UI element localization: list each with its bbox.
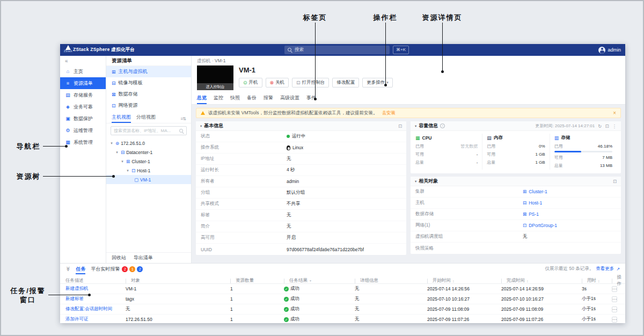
business-icon: ◈ [65, 104, 71, 109]
row-status: 状态 运行中 [196, 131, 406, 142]
nav-item-data-protection[interactable]: ▣ 数据保护 [60, 113, 106, 125]
tab-overview[interactable]: 总览 [197, 94, 207, 104]
alert-badges: 2 1 2 [122, 266, 143, 272]
tree-node-vm[interactable]: ▢ VM-1 [106, 175, 191, 184]
close-icon[interactable] [613, 111, 616, 116]
external-link-icon [616, 267, 620, 272]
caret-down-icon[interactable] [120, 159, 125, 164]
tab-platform-alerts[interactable]: 平台实时报警 2 1 2 [91, 266, 143, 273]
panel-item-images[interactable]: ⊟ 镜像与模板 [106, 77, 191, 89]
nav-item-storage[interactable]: ▤ 存储服务 [60, 89, 106, 101]
expand-icon[interactable]: ⊡ [613, 179, 617, 184]
annotation-tree-dot [112, 175, 115, 178]
panel-item-datastore[interactable]: ⊠ 数据存储 [106, 89, 191, 100]
expand-icon[interactable]: ⊡ [398, 123, 402, 129]
panel-item-network[interactable]: ⊡ 网络资源 [106, 100, 191, 111]
tree-node-vcenter[interactable]: ⊚ 172.26.51.0 [106, 138, 191, 148]
row-actions-button[interactable] [612, 296, 617, 302]
sort-icon[interactable] [452, 279, 455, 283]
global-search-input[interactable]: 搜索 [284, 46, 390, 54]
console-thumbnail[interactable]: 进入控制台 [197, 65, 233, 90]
row-snapshot-policy: 快照策略 [411, 243, 621, 254]
modify-config-button[interactable]: 修改配置 [332, 78, 359, 87]
collapse-caret-icon[interactable] [415, 124, 416, 128]
tab-advanced[interactable]: 高级设置 [280, 94, 299, 104]
row-uuid: UUID 97d066778af24fda9e76a71d220be7bf [196, 244, 406, 255]
tree-sort-icon[interactable] [181, 116, 186, 123]
network-icon: ⊡ [112, 103, 116, 108]
tab-snapshot[interactable]: 快照 [230, 94, 240, 104]
vm-header: 进入控制台 VM-1 ⊙ 开机 ⊗ 关机 [192, 64, 625, 92]
annotation-tree-line [43, 176, 113, 177]
open-console-button[interactable]: ⊡ 打开控制台 [292, 78, 329, 87]
recycle-bin-link[interactable]: 回收站 [112, 254, 126, 261]
row-cluster: 集群 ⊞Cluster-1 [411, 186, 621, 198]
tab-host-view[interactable]: 主机视图 [112, 114, 131, 123]
enter-console-label[interactable]: 进入控制台 [197, 83, 233, 90]
install-vmtools-link[interactable]: 去安装 [382, 110, 396, 116]
caret-down-icon[interactable] [126, 169, 130, 173]
row-actions-button[interactable] [612, 286, 617, 292]
row-os: 操作系统 Linux [196, 142, 406, 154]
vmtools-warning-banner: 该虚拟机未安装 VMTools，部分监控数据和虚拟机配置依赖该工具，建议提前安装… [196, 108, 621, 118]
task-link[interactable]: 新建虚拟机 [65, 286, 126, 292]
vm-icon: ▢ [134, 177, 138, 182]
task-link[interactable]: 修改配置:会话超时时间 [65, 306, 126, 312]
tab-monitoring[interactable]: 监控 [214, 94, 223, 104]
annotation-nav-dot [65, 145, 68, 148]
tab-backup[interactable]: 备份 [247, 94, 257, 104]
nav-collapse-icon[interactable]: « [60, 57, 106, 65]
row-actions-button[interactable] [612, 306, 617, 312]
expand-icon[interactable]: ⊡ [605, 123, 609, 129]
nav-item-business[interactable]: ◈ 业务可靠 [60, 101, 106, 113]
tree-node-host[interactable]: ⊡ Host-1 [106, 166, 191, 175]
view-more-link[interactable]: 查看更多 [596, 266, 614, 272]
kebab-menu-icon[interactable]: ⋮ [612, 123, 617, 129]
row-actions-button[interactable] [612, 317, 617, 323]
panel-item-hosts-vms[interactable]: ⊞ 主机与虚拟机 [106, 66, 191, 77]
nav-item-home[interactable]: ⌂ 主页 [60, 65, 106, 77]
cluster-link[interactable]: ⊞Cluster-1 [523, 189, 547, 194]
task-link[interactable]: 新建标签 [65, 296, 126, 302]
nav-item-ops[interactable]: ⚙ 运维管理 [60, 125, 106, 136]
filter-icon[interactable] [309, 279, 312, 282]
panel-collapse-icon[interactable]: ≫ [65, 266, 71, 271]
annotation-tree: 资源树 [15, 172, 42, 181]
sort-icon[interactable] [526, 279, 529, 283]
tree-node-datacenter[interactable]: ⊟ Datacenter-1 [106, 148, 191, 157]
tab-group-view[interactable]: 分组视图 [136, 114, 156, 123]
tab-tasks[interactable]: 任务 [76, 264, 85, 274]
action-bar: ⊙ 开机 ⊗ 关机 ⊡ 打开控制台 [239, 78, 620, 87]
annotation-tasks-line [48, 295, 89, 295]
sort-icon[interactable] [598, 279, 600, 283]
collapse-caret-icon[interactable] [200, 124, 202, 128]
tree-search-input[interactable]: 搜索资源名称、IP地址、MA... [111, 126, 187, 135]
host-link[interactable]: ⊟Host-1 [523, 200, 542, 206]
success-icon [284, 287, 289, 291]
caret-down-icon[interactable] [109, 141, 114, 145]
collapse-caret-icon[interactable] [415, 179, 416, 184]
datastore-link[interactable]: ⊠PS-1 [523, 211, 539, 217]
right-column: 容量信息 更新时间: 2025-07-14 14:27:01 ↻ ⊡ ⋮ [411, 121, 621, 260]
export-list-link[interactable]: 导出清单 [134, 254, 153, 261]
power-off-button[interactable]: ⊗ 关机 [266, 78, 289, 87]
caret-down-icon[interactable] [115, 150, 119, 155]
network-link[interactable]: ⊡DPortGroup-1 [523, 223, 557, 228]
task-link[interactable]: 添加许可证 [65, 316, 126, 323]
breadcrumb-root[interactable]: 虚拟机 [197, 58, 211, 63]
refresh-icon[interactable]: ↻ [598, 123, 602, 129]
cpu-icon: ▦ [415, 135, 420, 141]
row-datastore: 数据存储 ⊠PS-1 [411, 209, 621, 220]
console-icon: ⊡ [296, 80, 301, 85]
capacity-card: 容量信息 更新时间: 2025-07-14 14:27:01 ↻ ⊡ ⋮ [411, 121, 621, 173]
zstack-logo[interactable]: ZStack [64, 45, 72, 53]
nav-item-resources[interactable]: ≡ 资源清单 [60, 77, 106, 89]
more-actions-button[interactable]: 更多操作 ▾ [362, 78, 393, 87]
resource-list-icon: ≡ [65, 81, 71, 86]
tree-node-cluster[interactable]: ⊞ Cluster-1 [106, 157, 191, 166]
search-shortcut-hint: ⌘+K [393, 46, 409, 54]
tab-alerts[interactable]: 报警 [264, 94, 273, 104]
user-menu[interactable]: admin [598, 44, 621, 56]
power-on-button[interactable]: ⊙ 开机 [239, 78, 262, 87]
tasks-bar: ≫ 任务 平台实时报警 2 1 2 仅展示最近 50 条记录。 查看更多 [60, 264, 625, 274]
